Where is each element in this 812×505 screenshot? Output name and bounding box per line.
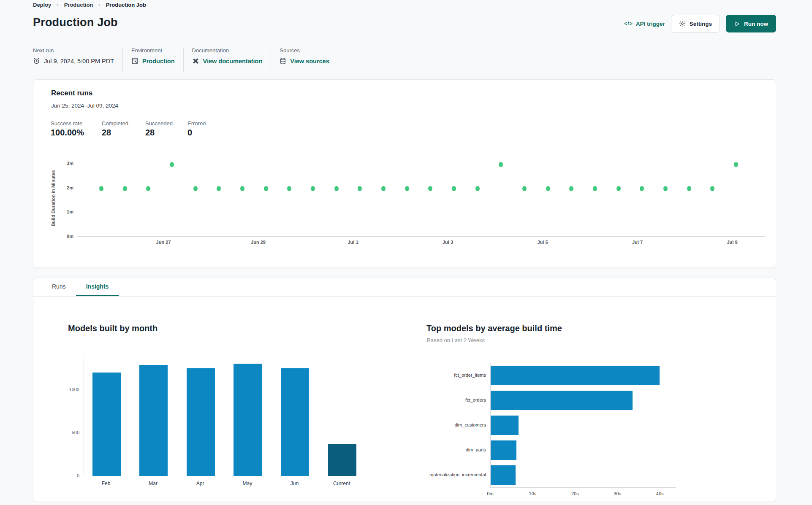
breadcrumb: Deploy › Production › Production Job [33, 2, 146, 8]
months-x-category-label: Apr [196, 481, 204, 486]
production-job-page: Deploy › Production › Production Job Pro… [0, 0, 812, 505]
run-dot[interactable] [334, 186, 339, 191]
run-dot[interactable] [240, 186, 244, 191]
run-dot[interactable] [264, 186, 268, 191]
run-dot[interactable] [287, 186, 291, 191]
run-dot[interactable] [593, 186, 597, 191]
run-dot[interactable] [616, 186, 621, 191]
run-dot[interactable] [522, 186, 527, 191]
model-bar[interactable] [491, 440, 516, 460]
tab-runs[interactable]: Runs [42, 278, 76, 296]
month-bar[interactable] [187, 368, 215, 476]
run-dot[interactable] [452, 186, 456, 191]
stat-value: 28 [102, 128, 128, 138]
stat-success-rate: Success rate 100.00% [51, 120, 84, 138]
run-dot[interactable] [170, 162, 174, 167]
tab-insights[interactable]: Insights [76, 278, 119, 296]
models-built-chart [84, 354, 365, 476]
run-dot[interactable] [640, 186, 644, 191]
run-dot[interactable] [358, 186, 362, 191]
top-models-subtitle: Based on Last 2 Weeks [427, 337, 485, 343]
run-dot[interactable] [123, 186, 127, 191]
run-now-label: Run now [744, 21, 768, 27]
run-dot[interactable] [311, 186, 315, 191]
settings-label: Settings [690, 21, 712, 27]
stat-value: 28 [145, 128, 173, 138]
model-name-label: fct_order_items [397, 373, 486, 378]
run-dot[interactable] [146, 186, 150, 191]
tabbar: Runs Insights [33, 278, 776, 297]
settings-button[interactable]: Settings [671, 15, 720, 32]
gear-icon [679, 20, 686, 27]
stat-errored: Errored 0 [187, 120, 206, 138]
play-icon [734, 21, 740, 27]
run-dot[interactable] [687, 186, 691, 191]
month-bar[interactable] [328, 444, 356, 476]
environment-link[interactable]: Production [142, 58, 175, 65]
run-dot[interactable] [734, 162, 738, 167]
scatter-x-tick-label: Jul 3 [443, 240, 453, 245]
run-dot[interactable] [381, 186, 386, 191]
breadcrumb-production-job: Production Job [106, 2, 146, 8]
top-models-x-tick-label: 10s [529, 491, 537, 496]
scatter-y-tick-label: 1m [50, 209, 73, 214]
stat-label: Success rate [51, 120, 84, 127]
model-bar[interactable] [491, 416, 519, 435]
stat-value: 0 [187, 128, 206, 138]
run-dot[interactable] [217, 186, 221, 191]
scatter-x-tick-label: Jul 5 [537, 240, 548, 245]
month-bar[interactable] [234, 364, 262, 476]
environment-icon [131, 57, 139, 65]
month-bar[interactable] [139, 365, 168, 476]
database-icon [280, 57, 286, 65]
environment-label: Environment [131, 47, 175, 54]
view-documentation-link[interactable]: View documentation [203, 58, 263, 65]
model-name-label: materialization_incremental [397, 472, 486, 477]
model-name-label: dim_customers [397, 422, 486, 427]
run-dot[interactable] [569, 186, 573, 191]
scatter-y-tick-label: 0m [50, 234, 73, 239]
divider [122, 48, 123, 72]
month-bar[interactable] [92, 373, 121, 476]
months-y-tick-label: 1000 [41, 387, 79, 392]
run-dot[interactable] [99, 186, 103, 191]
code-icon: </> [624, 21, 633, 27]
divider [271, 48, 271, 72]
dbt-logo-icon [192, 57, 199, 65]
run-dot[interactable] [405, 186, 409, 191]
stat-succeeded: Succeeded 28 [145, 120, 173, 138]
model-name-label: fct_orders [397, 397, 486, 402]
documentation-label: Documentation [192, 47, 263, 54]
month-bar[interactable] [281, 368, 309, 476]
api-trigger-label: API trigger [636, 21, 665, 27]
run-dot[interactable] [710, 186, 714, 191]
recent-runs-card: Recent runs Jun 25, 2024–Jul 09, 2024 Su… [33, 79, 776, 268]
months-x-category-label: May [242, 481, 252, 486]
run-dot[interactable] [475, 186, 480, 191]
run-dot[interactable] [193, 186, 198, 191]
header-actions: </> API trigger Settings Run now [624, 15, 776, 32]
run-now-button[interactable]: Run now [726, 15, 776, 32]
model-bar[interactable] [491, 465, 516, 485]
run-dot[interactable] [546, 186, 550, 191]
top-models-x-tick-label: 0m [487, 491, 493, 496]
run-dot[interactable] [428, 186, 432, 191]
model-bar[interactable] [491, 366, 660, 385]
breadcrumb-production[interactable]: Production [64, 2, 93, 8]
scatter-y-tick-label: 3m [50, 161, 73, 166]
page-title: Production Job [33, 16, 118, 29]
run-dot[interactable] [499, 162, 503, 167]
breadcrumb-deploy[interactable]: Deploy [33, 2, 51, 8]
next-run-label: Next run [33, 47, 114, 54]
model-bar[interactable] [491, 391, 633, 410]
top-models-chart [490, 363, 676, 488]
months-x-category-label: Jun [291, 481, 299, 486]
stat-label: Succeeded [145, 120, 173, 127]
scatter-y-axis-title: Build Duration in Minutes [51, 170, 56, 226]
view-sources-link[interactable]: View sources [290, 58, 329, 65]
scatter-x-tick-label: Jun 29 [251, 240, 266, 245]
months-x-category-label: Feb [102, 481, 111, 486]
stat-completed: Completed 28 [102, 120, 128, 138]
api-trigger-link[interactable]: </> API trigger [624, 21, 665, 27]
run-dot[interactable] [663, 186, 668, 191]
